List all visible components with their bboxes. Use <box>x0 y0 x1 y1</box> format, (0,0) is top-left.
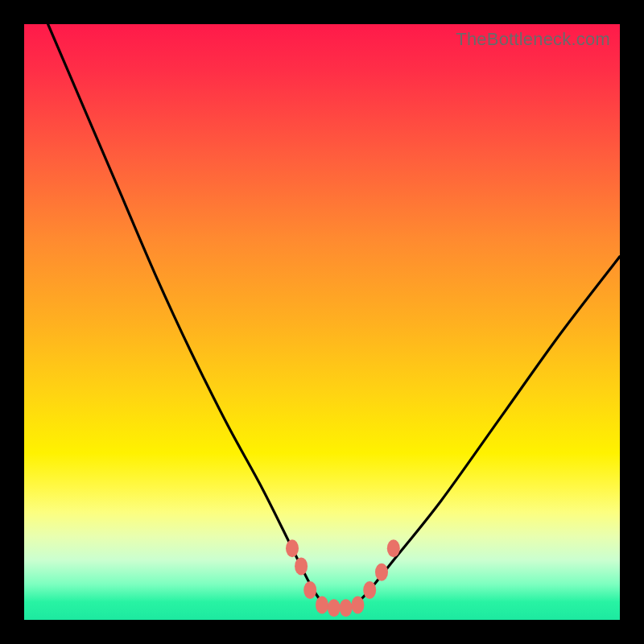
curve-marker <box>295 557 308 575</box>
bottleneck-curve <box>48 24 620 609</box>
curve-marker <box>328 599 341 617</box>
curve-markers <box>286 539 400 617</box>
curve-marker <box>303 581 316 599</box>
curve-marker <box>351 597 364 614</box>
chart-svg <box>24 24 620 620</box>
curve-marker <box>387 539 400 557</box>
curve-marker <box>363 581 376 599</box>
curve-marker <box>340 599 353 617</box>
chart-frame: TheBottleneck.com <box>0 0 644 644</box>
curve-marker <box>286 539 299 557</box>
watermark-text: TheBottleneck.com <box>456 29 610 50</box>
curve-marker <box>375 564 388 581</box>
plot-area: TheBottleneck.com <box>24 24 620 620</box>
curve-marker <box>316 597 328 614</box>
